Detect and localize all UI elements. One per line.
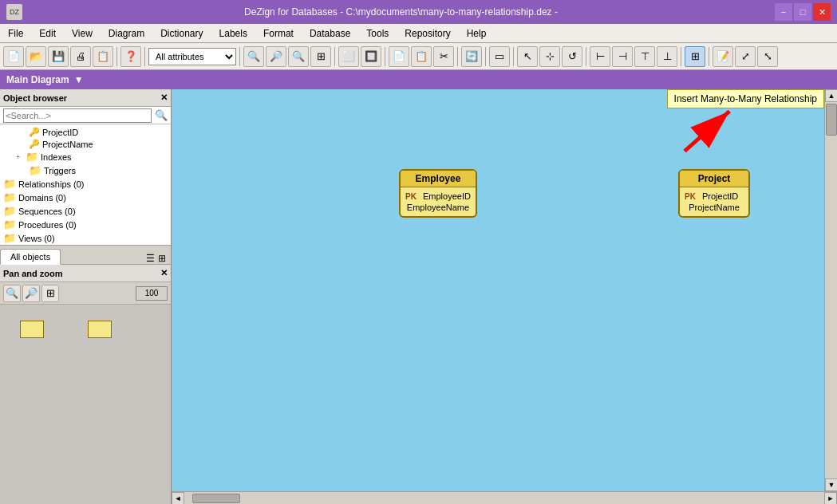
relation-button[interactable]: ⊥ [657,46,677,67]
pz-zoom-fit[interactable]: ⊞ [41,285,59,302]
box-button[interactable]: ▭ [489,46,510,67]
window-title: DeZign for Databases - C:\mydocuments\ma… [27,6,775,18]
menu-format[interactable]: Format [255,24,302,42]
toolbar-separator-2 [144,47,145,66]
sync-button[interactable]: 🔄 [461,46,482,67]
menu-file[interactable]: File [0,24,31,42]
zoom-in-button[interactable]: 🔎 [266,46,286,67]
line-button[interactable]: ⊢ [590,46,610,67]
pz-canvas[interactable] [0,305,171,504]
scroll-thumb[interactable] [826,104,837,136]
menu-dictionary[interactable]: Dictionary [152,24,211,42]
maximize-button[interactable]: □ [794,3,811,21]
toolbar-separator-9 [586,47,586,66]
tree-item-sequences[interactable]: 📁 Sequences (0) [0,204,171,218]
svg-line-1 [685,112,729,152]
print-preview-button[interactable]: 🖨 [70,46,91,67]
undo-button[interactable]: ↺ [562,46,582,67]
pz-zoom-out[interactable]: 🔎 [22,285,40,302]
object-browser: Object browser ✕ 🔍 🔑 ProjectID [0,89,171,265]
search-input[interactable] [3,108,152,123]
search-icon[interactable]: 🔍 [155,109,168,121]
ob-list-icon[interactable]: ☰ [144,253,156,264]
open-button[interactable]: 📂 [26,46,46,67]
tree-item-triggers[interactable]: 📁 Triggers [0,163,171,177]
scroll-up-btn[interactable]: ▲ [825,89,837,102]
expand-button[interactable]: ⤢ [735,46,756,67]
select-button[interactable]: ↖ [517,46,538,67]
collapse-button[interactable]: ⤡ [757,46,778,67]
tree-label: Domains (0) [18,193,66,203]
ob-tree: 🔑 ProjectID 🔑 ProjectName + 📁 Indexes [0,124,171,245]
diagram-dropdown-icon[interactable]: ▼ [74,74,84,85]
app-icon: DZ [6,4,22,20]
many-to-many-button[interactable]: ⊞ [685,46,705,67]
menu-repository[interactable]: Repository [397,24,458,42]
multi-select-button[interactable]: ⊹ [539,46,560,67]
close-button[interactable]: ✕ [813,3,831,21]
line3-button[interactable]: ⊤ [634,46,655,67]
tree-item-procedures[interactable]: 📁 Procedures (0) [0,218,171,231]
tree-item-views[interactable]: 📁 Views (0) [0,231,171,245]
new-button[interactable]: 📄 [3,46,24,67]
pk-label: PK [685,192,699,201]
entity-button[interactable]: ⬜ [338,46,359,67]
tree-item-projectid[interactable]: 🔑 ProjectID [0,126,171,138]
tree-item-projectname[interactable]: 🔑 ProjectName [0,138,171,150]
menu-diagram[interactable]: Diagram [101,24,152,42]
canvas-vertical-scrollbar[interactable]: ▲ ▼ [824,89,837,491]
delete-button[interactable]: ✂ [433,46,454,67]
diagram-canvas[interactable]: Employee PK EmployeeID EmployeeName [172,89,824,491]
employee-field-name: EmployeeName [405,202,471,213]
view-button[interactable]: 🔲 [361,46,381,67]
zoom-fit-button[interactable]: ⊞ [310,46,331,67]
zoom-out-button[interactable]: 🔍 [288,46,309,67]
save-button[interactable]: 💾 [48,46,69,67]
note-button[interactable]: 📝 [713,46,733,67]
pz-header: Pan and zoom ✕ [0,265,171,282]
pz-close-icon[interactable]: ✕ [160,268,168,278]
menu-help[interactable]: Help [459,24,495,42]
tree-label: Triggers [44,166,76,175]
zoom-level-display: 100 [136,286,168,301]
help-button[interactable]: ❓ [120,46,141,67]
mini-table-employee [20,321,44,338]
project-field-name: ProjectName [685,202,744,213]
pz-zoom-in[interactable]: 🔍 [3,285,21,302]
folder-icon: 📁 [3,178,16,190]
line2-button[interactable]: ⊣ [612,46,633,67]
pz-toolbar: 🔍 🔎 ⊞ 100 [0,282,171,305]
menu-view[interactable]: View [64,24,101,42]
folder-icon: 📁 [3,205,16,217]
scroll-right-btn[interactable]: ► [824,492,837,505]
canvas-horizontal-scrollbar[interactable]: ◄ ► [172,491,837,504]
menu-tools[interactable]: Tools [358,24,397,42]
paste-button[interactable]: 📋 [411,46,432,67]
zoom-find-button[interactable]: 🔍 [243,46,264,67]
menubar: File Edit View Diagram Dictionary Labels… [0,24,837,43]
minimize-button[interactable]: − [775,3,792,21]
pk-label: PK [405,192,420,201]
tree-item-relationships[interactable]: 📁 Relationships (0) [0,177,171,191]
h-scroll-thumb[interactable] [192,494,240,503]
scroll-down-btn[interactable]: ▼ [825,478,837,491]
tab-all-objects[interactable]: All objects [0,249,61,265]
tree-item-domains[interactable]: 📁 Domains (0) [0,191,171,204]
attributes-dropdown[interactable]: All attributes Key attributes No attribu… [148,48,236,65]
print-button[interactable]: 📋 [93,46,113,67]
employee-table[interactable]: Employee PK EmployeeID EmployeeName [399,169,477,218]
menu-database[interactable]: Database [302,24,358,42]
folder-icon: 📁 [29,164,41,176]
folder-icon: 📁 [3,191,16,203]
ob-grid-icon[interactable]: ⊞ [156,253,168,264]
ob-close-icon[interactable]: ✕ [160,93,168,103]
toolbar-separator-6 [457,47,458,66]
copy-button[interactable]: 📄 [389,46,409,67]
menu-labels[interactable]: Labels [211,24,255,42]
tree-item-indexes[interactable]: + 📁 Indexes [0,150,171,163]
toolbar-separator-5 [385,47,385,66]
project-table[interactable]: Project PK ProjectID ProjectName [678,169,750,218]
employee-table-header: Employee [401,171,476,187]
scroll-left-btn[interactable]: ◄ [172,492,184,505]
menu-edit[interactable]: Edit [31,24,64,42]
